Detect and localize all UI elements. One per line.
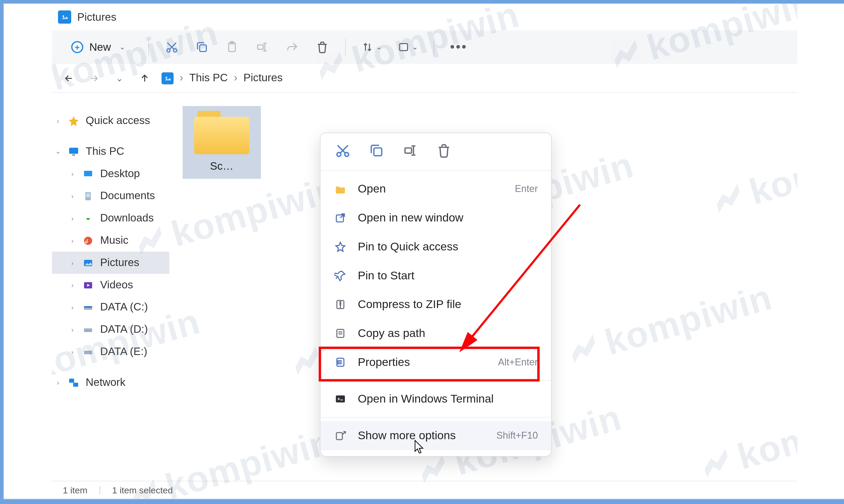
up-button[interactable] <box>139 72 151 84</box>
breadcrumb-separator: › <box>234 72 238 85</box>
status-item-count: 1 item <box>63 485 87 495</box>
svg-rect-29 <box>374 148 381 156</box>
command-bar: + New ⌄ ⌄ ⌄ ••• <box>52 30 797 64</box>
breadcrumb-this-pc[interactable]: This PC <box>189 72 228 85</box>
sidebar-item-network[interactable]: › Network <box>52 371 169 394</box>
content-pane[interactable]: Sc… Open Enter <box>169 93 797 481</box>
svg-rect-12 <box>72 154 75 156</box>
sidebar-label: DATA (D:) <box>100 323 148 336</box>
sidebar-item-drive-e[interactable]: › DATA (E:) <box>52 341 169 363</box>
svg-point-18 <box>84 236 92 245</box>
toolbar-separator <box>148 39 149 55</box>
menu-item-compress-zip[interactable]: Compress to ZIP file <box>321 290 551 319</box>
menu-item-pin-start[interactable]: Pin to Start <box>321 261 551 290</box>
menu-item-label: Open in new window <box>358 211 538 224</box>
title-bar: Pictures <box>52 4 797 30</box>
menu-item-open[interactable]: Open Enter <box>321 175 551 204</box>
chevron-right-icon: › <box>69 282 76 289</box>
cut-icon[interactable] <box>165 40 179 54</box>
context-menu: Open Enter Open in new window Pin to Qui… <box>320 132 552 457</box>
sidebar-label: Videos <box>100 278 133 291</box>
menu-item-open-new-window[interactable]: Open in new window <box>321 203 551 232</box>
folder-item-selected[interactable]: Sc… <box>183 106 261 179</box>
breadcrumb-pictures[interactable]: Pictures <box>243 72 282 85</box>
svg-point-36 <box>338 362 339 362</box>
view-button[interactable]: ⌄ <box>398 41 418 53</box>
drive-icon <box>82 301 94 313</box>
delete-icon[interactable] <box>436 143 452 158</box>
menu-item-pin-quick-access[interactable]: Pin to Quick access <box>321 232 551 261</box>
new-button[interactable]: + New ⌄ <box>64 37 133 57</box>
delete-icon[interactable] <box>315 40 329 54</box>
copy-icon[interactable] <box>369 143 384 158</box>
svg-point-2 <box>167 49 170 52</box>
sort-button[interactable]: ⌄ <box>362 41 382 53</box>
breadcrumb-separator: › <box>180 72 184 85</box>
sidebar-item-this-pc[interactable]: ⌄ This PC <box>52 140 169 163</box>
svg-point-10 <box>166 76 167 78</box>
menu-item-label: Pin to Quick access <box>358 240 538 253</box>
sidebar-item-desktop[interactable]: › Desktop <box>52 163 169 185</box>
svg-point-1 <box>63 15 64 17</box>
terminal-icon <box>333 392 347 406</box>
status-selected-count: 1 item selected <box>112 485 173 495</box>
menu-item-label: Pin to Start <box>358 269 538 282</box>
sidebar-item-music[interactable]: › Music <box>52 230 169 252</box>
cut-icon[interactable] <box>335 143 351 158</box>
chevron-down-icon: ⌄ <box>412 43 418 51</box>
svg-rect-8 <box>399 43 408 51</box>
sidebar-item-drive-d[interactable]: › DATA (D:) <box>52 318 169 341</box>
window-title: Pictures <box>77 11 117 23</box>
chevron-down-icon: ⌄ <box>54 148 62 155</box>
more-button[interactable]: ••• <box>450 39 468 55</box>
drive-icon <box>82 323 94 336</box>
menu-item-label: Show more options <box>358 429 485 443</box>
left-gutter <box>4 4 52 499</box>
sidebar-label: DATA (C:) <box>100 301 148 313</box>
navigation-pane: › Quick access ⌄ This PC › Desktop › <box>52 93 169 481</box>
toolbar-separator <box>345 39 346 55</box>
sidebar-label: Desktop <box>100 167 140 180</box>
more-options-icon <box>333 429 347 443</box>
svg-rect-30 <box>405 148 412 153</box>
svg-rect-22 <box>84 306 92 307</box>
sidebar-item-pictures[interactable]: › Pictures <box>52 251 169 274</box>
svg-point-35 <box>338 361 339 361</box>
menu-item-open-terminal[interactable]: Open in Windows Terminal <box>321 384 551 413</box>
svg-rect-13 <box>84 170 92 176</box>
paste-icon <box>225 40 239 54</box>
menu-item-label: Copy as path <box>358 327 538 340</box>
sidebar-item-quick-access[interactable]: › Quick access <box>52 110 169 132</box>
sidebar-item-downloads[interactable]: › Downloads <box>52 207 169 230</box>
sidebar-item-drive-c[interactable]: › DATA (C:) <box>52 296 169 318</box>
sidebar-item-documents[interactable]: › Documents <box>52 185 169 207</box>
recent-locations-button[interactable]: ⌄ <box>113 72 125 84</box>
chevron-down-icon: ⌄ <box>376 43 382 51</box>
breadcrumb[interactable]: › This PC › Pictures <box>161 72 282 85</box>
status-separator <box>99 486 100 494</box>
copy-icon[interactable] <box>194 40 209 54</box>
svg-rect-23 <box>84 328 92 332</box>
sidebar-label: This PC <box>86 145 124 158</box>
menu-item-properties[interactable]: Properties Alt+Enter <box>321 348 551 377</box>
nav-arrows: ⌄ <box>63 72 151 84</box>
properties-icon <box>333 356 347 369</box>
share-icon <box>285 40 299 54</box>
svg-rect-4 <box>200 45 206 52</box>
pictures-icon <box>58 10 71 24</box>
chevron-right-icon: › <box>69 170 76 177</box>
menu-separator <box>321 417 551 417</box>
back-button[interactable] <box>63 72 75 84</box>
menu-item-show-more-options[interactable]: Show more options Shift+F10 <box>321 421 551 450</box>
svg-point-37 <box>338 363 339 364</box>
star-outline-icon <box>333 240 347 253</box>
svg-rect-11 <box>69 147 78 154</box>
menu-item-copy-as-path[interactable]: Copy as path <box>321 319 551 348</box>
pictures-icon <box>161 72 174 84</box>
folder-icon <box>194 111 249 154</box>
music-icon <box>82 234 94 247</box>
rename-icon[interactable] <box>402 143 418 158</box>
plus-circle-icon: + <box>71 41 83 53</box>
drive-icon <box>82 346 94 358</box>
sidebar-item-videos[interactable]: › Videos <box>52 274 169 296</box>
